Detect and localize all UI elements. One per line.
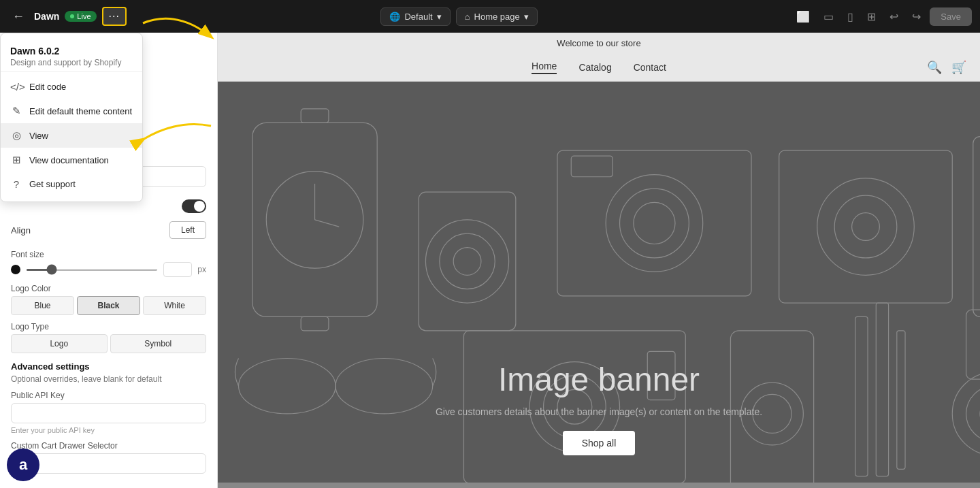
hero-subtitle: Give customers details about the banner …	[436, 406, 762, 417]
sidebar: Dawn 6.0.2 Design and support by Shopify…	[0, 33, 218, 488]
topbar-center: 🌐 Default ▾ ⌂ Home page ▾	[380, 7, 537, 26]
svg-rect-6	[419, 192, 516, 331]
svg-rect-5	[301, 316, 329, 330]
sidebar-content: Align Left Font size 12 px Logo Color Bl…	[0, 155, 217, 487]
more-button[interactable]: ···	[102, 7, 127, 26]
svg-point-13	[634, 202, 675, 244]
svg-rect-34	[897, 331, 905, 470]
svg-point-12	[620, 189, 689, 258]
live-badge: Live	[65, 11, 96, 22]
logo-type-logo[interactable]: Logo	[11, 334, 108, 353]
grid-view-button[interactable]: ⊞	[862, 7, 881, 27]
svg-point-18	[852, 213, 880, 241]
preview-area: Welcome to our store Home Catalog Contac…	[218, 33, 980, 488]
homepage-select[interactable]: ⌂ Home page ▾	[456, 7, 538, 26]
avatar-letter: a	[19, 456, 27, 474]
docs-icon: ⊞	[10, 154, 22, 166]
font-size-label: Font size	[11, 250, 206, 259]
redo-button[interactable]: ↪	[907, 7, 926, 27]
mobile-view-button[interactable]: ▯	[843, 7, 858, 27]
chevron-down-icon: ▾	[437, 12, 442, 22]
logo-type-group: Logo Symbol	[11, 334, 206, 353]
topbar: ← Dawn Live ··· 🌐 Default ▾ ⌂ Home page …	[0, 0, 980, 33]
homepage-label: Home page	[474, 12, 520, 22]
support-label: Get support	[29, 179, 76, 189]
dropdown-header: Dawn 6.0.2 Design and support by Shopify	[1, 39, 142, 72]
svg-point-21	[239, 359, 336, 414]
support-icon: ?	[10, 178, 22, 190]
svg-point-9	[453, 248, 481, 276]
svg-point-22	[336, 359, 433, 414]
svg-rect-19	[973, 137, 980, 317]
default-select[interactable]: 🌐 Default ▾	[380, 7, 450, 26]
logo-color-black[interactable]: Black	[77, 296, 140, 315]
tablet-view-button[interactable]: ▭	[819, 7, 838, 27]
advanced-desc: Optional overrides, leave blank for defa…	[11, 374, 206, 384]
logo-color-group: Blue Black White	[11, 296, 206, 315]
view-docs-label: View documentation	[29, 155, 109, 165]
logo-type-label: Logo Type	[11, 322, 206, 331]
font-size-unit: px	[197, 265, 206, 274]
toggle-switch[interactable]	[182, 199, 206, 213]
nav-contact[interactable]: Contact	[634, 62, 666, 73]
dropdown-title: Dawn 6.0.2	[10, 46, 133, 56]
align-left-button[interactable]: Left	[169, 221, 206, 239]
avatar: a	[7, 449, 39, 481]
svg-point-17	[834, 195, 897, 258]
preview-hero: Image banner Give customers details abou…	[218, 82, 980, 483]
nav-catalog[interactable]: Catalog	[578, 62, 611, 73]
edit-icon: ✎	[10, 105, 22, 117]
cart-icon[interactable]: 🛒	[951, 60, 966, 75]
svg-rect-10	[557, 150, 751, 296]
svg-rect-38	[966, 310, 980, 379]
preview-nav: Home Catalog Contact 🔍 🛒	[218, 54, 980, 82]
svg-point-7	[425, 220, 508, 303]
nav-home[interactable]: Home	[532, 61, 557, 74]
svg-point-16	[817, 178, 915, 276]
svg-rect-4	[301, 109, 329, 123]
font-size-slider[interactable]	[26, 269, 158, 271]
dropdown-item-support[interactable]: ? Get support	[1, 172, 142, 196]
edit-theme-label: Edit default theme content	[29, 106, 132, 116]
store-message: Welcome to our store	[557, 38, 640, 48]
edit-code-label: Edit code	[29, 82, 66, 92]
globe-icon: 🌐	[389, 12, 400, 22]
font-size-input[interactable]: 12	[163, 262, 192, 277]
svg-rect-15	[779, 150, 953, 303]
font-size-row: 12 px	[11, 262, 206, 277]
cart-drawer-label: Custom Cart Drawer Selector	[11, 441, 206, 451]
theme-name: Dawn	[34, 11, 59, 22]
dropdown-item-view-docs[interactable]: ⊞ View documentation	[1, 148, 142, 172]
main-layout: Dawn 6.0.2 Design and support by Shopify…	[0, 33, 980, 488]
save-button[interactable]: Save	[930, 7, 972, 26]
logo-color-white[interactable]: White	[143, 296, 206, 315]
live-dot	[70, 14, 74, 18]
search-icon[interactable]: 🔍	[927, 60, 942, 75]
undo-button[interactable]: ↩	[885, 7, 903, 27]
cart-drawer-input[interactable]	[11, 453, 206, 474]
advanced-title: Advanced settings	[11, 361, 206, 372]
logo-color-blue[interactable]: Blue	[11, 296, 74, 315]
align-label: Align	[11, 225, 31, 235]
svg-point-36	[966, 386, 980, 441]
dropdown-item-view[interactable]: ◎ View	[1, 123, 142, 148]
default-label: Default	[404, 12, 432, 22]
code-icon: </>	[10, 81, 22, 93]
svg-line-3	[315, 220, 340, 227]
home-icon: ⌂	[465, 12, 470, 22]
back-button[interactable]: ←	[8, 7, 29, 27]
topbar-right: ⬜ ▭ ▯ ⊞ ↩ ↪ Save	[791, 7, 972, 27]
store-message-bar: Welcome to our store	[218, 33, 980, 54]
hero-content: Image banner Give customers details abou…	[436, 361, 762, 483]
dropdown-item-edit-theme[interactable]: ✎ Edit default theme content	[1, 99, 142, 123]
dropdown-item-edit-code[interactable]: </> Edit code	[1, 75, 142, 99]
shop-all-button[interactable]: Shop all	[563, 431, 636, 455]
desktop-view-button[interactable]: ⬜	[791, 7, 815, 27]
dropdown-subtitle: Design and support by Shopify	[10, 58, 133, 67]
public-api-hint: Enter your public API key	[11, 426, 206, 434]
svg-rect-33	[876, 303, 888, 476]
svg-point-11	[606, 175, 703, 272]
public-api-input[interactable]	[11, 403, 206, 423]
logo-type-symbol[interactable]: Symbol	[110, 334, 207, 353]
chevron-down-icon2: ▾	[524, 12, 529, 22]
